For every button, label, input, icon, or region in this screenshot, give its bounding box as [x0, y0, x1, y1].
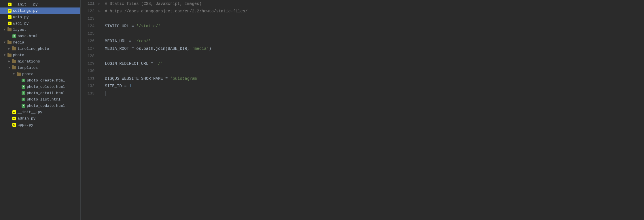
html-icon-photo-list-html — [21, 97, 26, 101]
sidebar-label-photo-sub-folder: photo — [22, 72, 33, 76]
gutter-124 — [98, 22, 103, 30]
line-content-125 — [103, 30, 644, 37]
code-line-127: 127 MEDIA_ROOT = os.path.join(BASE_DIR, … — [81, 45, 644, 52]
gutter-130 — [98, 67, 103, 75]
sidebar-label-migrations-folder: migrations — [18, 59, 40, 64]
code-line-132: 132 SITE_ID = 1 — [81, 82, 644, 90]
sidebar-label-photo-create-html: photo_create.html — [27, 78, 65, 83]
line-content-130 — [103, 67, 644, 75]
html-icon-photo-delete-html — [21, 85, 26, 89]
sidebar-label-photo-list-html: photo_list.html — [27, 97, 60, 102]
gutter-133 — [98, 90, 103, 97]
arrow-media-folder — [2, 41, 7, 44]
sidebar-label-photo-folder: photo — [13, 53, 24, 57]
folder-icon-layout-folder — [7, 28, 12, 32]
sidebar-item-timeline-photo-folder[interactable]: timeline_photo — [0, 45, 80, 52]
code-line-123: 123 — [81, 15, 644, 22]
line-content-128 — [103, 52, 644, 60]
folder-icon-media-folder — [7, 40, 12, 44]
gutter-121: ▷ — [98, 0, 103, 7]
sidebar-item-photo-create-html[interactable]: photo_create.html — [0, 77, 80, 84]
sidebar-label-media-folder: media — [13, 40, 24, 45]
sidebar-item-photo-delete-html[interactable]: photo_delete.html — [0, 84, 80, 90]
url-link-122[interactable]: https://docs.djangoproject.com/en/2.2/ho… — [110, 9, 248, 14]
python-icon-urls-py — [7, 15, 12, 19]
sidebar-label-init-py-root: __init__.py — [13, 2, 38, 7]
code-line-133: 133 — [81, 90, 644, 97]
line-num-123: 123 — [81, 15, 98, 22]
sidebar-item-admin-py[interactable]: admin.py — [0, 115, 80, 122]
gutter-131 — [98, 75, 103, 82]
sidebar-label-photo-delete-html: photo_delete.html — [27, 85, 65, 89]
sidebar-label-photo-update-html: photo_update.html — [27, 104, 65, 108]
line-num-129: 129 — [81, 60, 98, 67]
line-num-122: 122 — [81, 7, 98, 15]
line-num-121: 121 — [81, 0, 98, 7]
sidebar-item-base-html[interactable]: base.html — [0, 33, 80, 39]
gutter-128 — [98, 52, 103, 60]
sidebar-label-base-html: base.html — [18, 34, 38, 38]
sidebar-item-photo-detail-html[interactable]: photo_detail.html — [0, 90, 80, 96]
arrow-layout-folder — [2, 28, 7, 31]
line-content-122: # https://docs.djangoproject.com/en/2.2/… — [103, 7, 644, 15]
sidebar-item-templates-folder[interactable]: templates — [0, 65, 80, 71]
sidebar-item-layout-folder[interactable]: layout — [0, 26, 80, 33]
sidebar-item-wsgi-py[interactable]: wsgi.py — [0, 20, 80, 26]
line-num-128: 128 — [81, 52, 98, 60]
line-num-130: 130 — [81, 67, 98, 75]
gutter-129 — [98, 60, 103, 67]
python-icon-init-py-photo — [12, 110, 17, 114]
folder-icon-migrations-folder — [12, 59, 17, 63]
line-content-124: STATIC_URL = '/static/' — [103, 22, 644, 30]
html-icon-photo-update-html — [21, 104, 26, 108]
sidebar-item-init-py-photo[interactable]: __init__.py — [0, 109, 80, 115]
sidebar-item-media-folder[interactable]: media — [0, 39, 80, 45]
code-line-125: 125 — [81, 30, 644, 37]
code-line-121: 121 ▷ # Static files (CSS, JavaScript, I… — [81, 0, 644, 7]
code-line-130: 130 — [81, 67, 644, 75]
sidebar-item-photo-sub-folder[interactable]: photo — [0, 71, 80, 77]
line-content-123 — [103, 15, 644, 22]
sidebar-item-settings-py[interactable]: settings.py — [0, 7, 80, 14]
sidebar-label-templates-folder: templates — [18, 66, 38, 70]
arrow-photo-folder — [2, 54, 7, 57]
sidebar-item-photo-folder[interactable]: photo — [0, 52, 80, 58]
line-num-131: 131 — [81, 75, 98, 82]
sidebar-label-wsgi-py: wsgi.py — [13, 21, 29, 26]
python-icon-init-py-root — [7, 2, 12, 6]
python-icon-settings-py — [7, 9, 12, 13]
sidebar-label-photo-detail-html: photo_detail.html — [27, 91, 65, 95]
line-content-131: DISQUS_WEBSITE_SHORTNAME = 'buistagram' — [103, 75, 644, 82]
arrow-migrations-folder — [7, 60, 12, 63]
gutter-132 — [98, 82, 103, 90]
text-cursor — [105, 91, 105, 96]
sidebar-item-migrations-folder[interactable]: migrations — [0, 58, 80, 65]
line-content-121: # Static files (CSS, JavaScript, Images) — [103, 0, 644, 7]
line-content-129: LOGIN_REDIRECT_URL = '/' — [103, 60, 644, 67]
gutter-123 — [98, 15, 103, 22]
fold-icon-121: ▷ — [99, 2, 101, 5]
gutter-126 — [98, 37, 103, 45]
sidebar-item-init-py-root[interactable]: __init__.py — [0, 1, 80, 7]
line-num-124: 124 — [81, 22, 98, 30]
gutter-125 — [98, 30, 103, 37]
sidebar-item-photo-list-html[interactable]: photo_list.html — [0, 96, 80, 103]
sidebar-label-init-py-photo: __init__.py — [18, 110, 42, 114]
code-editor: 121 ▷ # Static files (CSS, JavaScript, I… — [81, 0, 644, 220]
sidebar-label-urls-py: urls.py — [13, 15, 29, 19]
folder-icon-photo-sub-folder — [16, 72, 21, 76]
gutter-127 — [98, 45, 103, 52]
code-line-122: 122 ▷ # https://docs.djangoproject.com/e… — [81, 7, 644, 15]
sidebar-item-urls-py[interactable]: urls.py — [0, 14, 80, 20]
html-icon-base-html — [12, 34, 17, 38]
sidebar-item-photo-update-html[interactable]: photo_update.html — [0, 103, 80, 109]
editor-content: 121 ▷ # Static files (CSS, JavaScript, I… — [81, 0, 644, 220]
line-num-126: 126 — [81, 37, 98, 45]
folder-icon-templates-folder — [12, 66, 17, 70]
file-tree[interactable]: __init__.py settings.py urls.py wsgi.pyl… — [0, 0, 81, 220]
sidebar-label-admin-py: admin.py — [18, 116, 35, 121]
code-line-128: 128 — [81, 52, 644, 60]
sidebar-item-apps-py[interactable]: apps.py — [0, 122, 80, 128]
line-content-126: MEDIA_URL = '/res/' — [103, 37, 644, 45]
arrow-templates-folder — [7, 66, 12, 69]
